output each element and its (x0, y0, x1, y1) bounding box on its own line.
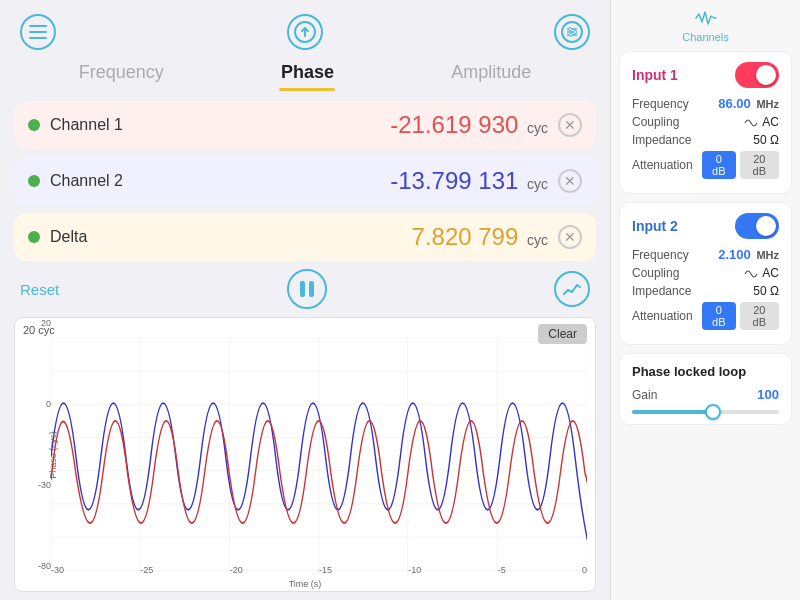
y-axis: 20 0 -30 -80 (21, 318, 51, 571)
tabs-bar: Frequency Phase Amplitude (10, 58, 600, 91)
svg-rect-0 (29, 25, 47, 27)
channels-waveform-icon (695, 8, 717, 31)
input-2-frequency-value: 2.100 MHz (718, 247, 779, 262)
delta-value: 7.820 799 cyc (140, 223, 558, 251)
svg-rect-11 (300, 281, 305, 297)
channel-1-close-button[interactable]: ✕ (558, 113, 582, 137)
delta-label: Delta (50, 228, 140, 246)
channel-1-dot (28, 119, 40, 131)
pause-button[interactable] (287, 269, 327, 309)
left-panel: Frequency Phase Amplitude Channel 1 -21.… (0, 0, 610, 600)
pll-section: Phase locked loop Gain 100 (619, 353, 792, 425)
delta-dot (28, 231, 40, 243)
input-1-impedance-row: Impedance 50 Ω (632, 133, 779, 147)
channel-1-card: Channel 1 -21.619 930 cyc ✕ (14, 101, 596, 149)
channel-2-card: Channel 2 -13.799 131 cyc ✕ (14, 157, 596, 205)
coupling-wave-icon-2 (744, 269, 758, 279)
input-2-toggle[interactable] (735, 213, 779, 239)
pll-slider-thumb[interactable] (705, 404, 721, 420)
input-1-header: Input 1 (632, 62, 779, 88)
input-1-section: Input 1 Frequency 86.00 MHz Coupling AC … (619, 51, 792, 194)
menu-icon[interactable] (20, 14, 56, 50)
tab-phase[interactable]: Phase (261, 58, 354, 91)
filter-icon[interactable] (554, 14, 590, 50)
svg-rect-12 (309, 281, 314, 297)
input-1-attenuation-row: Attenuation 0 dB 20 dB (632, 151, 779, 179)
chart-container: 20 cyc Clear 20 0 -30 -80 Phase (cyc) (14, 317, 596, 592)
input-1-toggle[interactable] (735, 62, 779, 88)
input-2-header: Input 2 (632, 213, 779, 239)
channel-2-label: Channel 2 (50, 172, 140, 190)
input-1-toggle-knob (756, 65, 776, 85)
reset-button[interactable]: Reset (20, 281, 59, 298)
input-1-atten-group: 0 dB 20 dB (702, 151, 779, 179)
input-2-toggle-knob (756, 216, 776, 236)
channel-1-label: Channel 1 (50, 116, 140, 134)
pll-slider-track[interactable] (632, 410, 779, 414)
coupling-wave-icon (744, 118, 758, 128)
input-2-section: Input 2 Frequency 2.100 MHz Coupling AC … (619, 202, 792, 345)
tab-amplitude[interactable]: Amplitude (431, 58, 551, 91)
input-2-atten-20db[interactable]: 20 dB (740, 302, 779, 330)
chart-top-label: 20 cyc (23, 324, 55, 336)
trend-button[interactable] (554, 271, 590, 307)
input-2-coupling-row: Coupling AC (632, 266, 779, 280)
channels-tab-label: Channels (682, 31, 728, 43)
input-2-impedance-row: Impedance 50 Ω (632, 284, 779, 298)
svg-rect-1 (29, 31, 47, 33)
svg-point-10 (570, 34, 573, 37)
input-1-atten-0db[interactable]: 0 dB (702, 151, 736, 179)
pll-gain-value: 100 (757, 387, 779, 402)
input-1-atten-20db[interactable]: 20 dB (740, 151, 779, 179)
input-2-atten-group: 0 dB 20 dB (702, 302, 779, 330)
upload-icon[interactable] (287, 14, 323, 50)
channels-tab[interactable]: Channels (619, 8, 792, 43)
delta-close-button[interactable]: ✕ (558, 225, 582, 249)
chart-waveform (51, 338, 587, 575)
x-axis-label: Time (s) (289, 579, 322, 589)
channels-area: Channel 1 -21.619 930 cyc ✕ Channel 2 -1… (10, 101, 600, 261)
right-panel: Channels Input 1 Frequency 86.00 MHz Cou… (610, 0, 800, 600)
pll-gain-row: Gain 100 (632, 387, 779, 402)
channel-2-value: -13.799 131 cyc (140, 167, 558, 195)
svg-point-9 (574, 31, 577, 34)
channel-1-value: -21.619 930 cyc (140, 111, 558, 139)
input-1-frequency-value: 86.00 MHz (718, 96, 779, 111)
channel-2-dot (28, 175, 40, 187)
pll-title: Phase locked loop (632, 364, 779, 379)
top-bar (10, 10, 600, 58)
tab-frequency[interactable]: Frequency (59, 58, 184, 91)
input-2-title: Input 2 (632, 218, 678, 234)
controls-row: Reset (10, 261, 600, 317)
input-2-frequency-row: Frequency 2.100 MHz (632, 247, 779, 262)
svg-point-8 (569, 28, 572, 31)
input-2-attenuation-row: Attenuation 0 dB 20 dB (632, 302, 779, 330)
delta-card: Delta 7.820 799 cyc ✕ (14, 213, 596, 261)
input-1-frequency-row: Frequency 86.00 MHz (632, 96, 779, 111)
input-1-coupling-row: Coupling AC (632, 115, 779, 129)
svg-rect-2 (29, 37, 47, 39)
input-1-title: Input 1 (632, 67, 678, 83)
input-2-atten-0db[interactable]: 0 dB (702, 302, 736, 330)
pll-slider-fill (632, 410, 713, 414)
channel-2-close-button[interactable]: ✕ (558, 169, 582, 193)
